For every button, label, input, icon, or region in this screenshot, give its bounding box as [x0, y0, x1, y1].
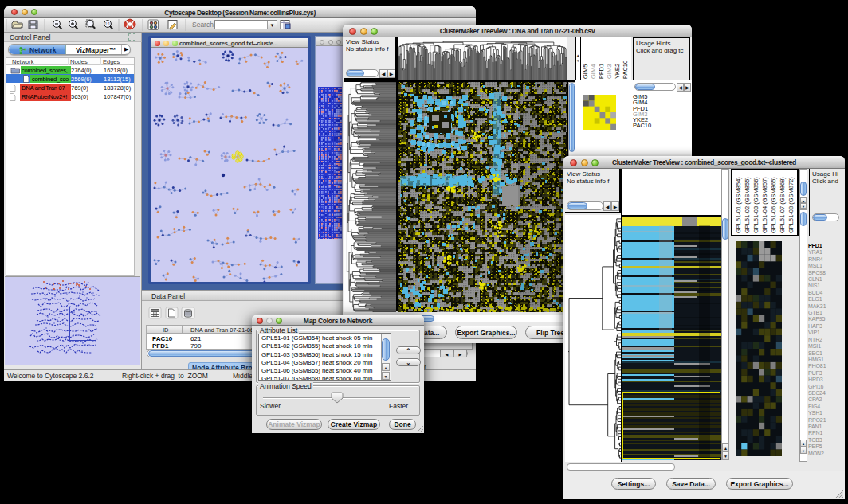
svg-text:1:1: 1:1: [105, 22, 111, 26]
svg-text:Search:: Search:: [192, 21, 215, 29]
